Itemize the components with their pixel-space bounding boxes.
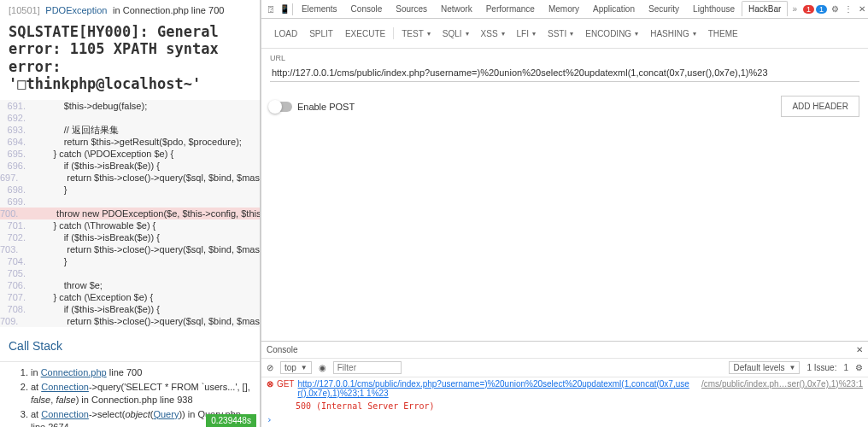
devtools-tabs: ⍰ 📱 ElementsConsoleSourcesNetworkPerform…	[261, 0, 868, 19]
console-drawer: Console ✕ ⊘ top▼ ◉ Default levels▼ 1 Iss…	[261, 341, 868, 427]
eye-icon[interactable]: ◉	[319, 363, 326, 372]
toggle-switch-icon[interactable]	[270, 102, 292, 112]
code-line: 691. $this->debug(false);	[0, 100, 260, 112]
context-selector[interactable]: top▼	[280, 361, 312, 374]
levels-selector[interactable]: Default levels▼	[729, 361, 800, 374]
kebab-icon[interactable]: ⋮	[842, 3, 854, 15]
hb-test[interactable]: TEST▾	[397, 26, 435, 41]
error-icon: ⊗	[267, 379, 273, 389]
hb-execute[interactable]: EXECUTE	[341, 26, 390, 41]
hb-split[interactable]: SPLIT	[305, 26, 337, 41]
exception-class-link[interactable]: PDOException	[45, 5, 107, 15]
code-line: 705.	[0, 267, 260, 279]
hackbar-toolbar: LOADSPLITEXECUTETEST▾SQLI▾XSS▾LFI▾SSTI▾E…	[261, 19, 868, 49]
tab-security[interactable]: Security	[642, 1, 686, 16]
hb-theme[interactable]: THEME	[704, 26, 742, 41]
more-tabs-icon[interactable]: »	[789, 4, 800, 14]
url-input[interactable]	[270, 64, 859, 82]
code-line: 708. if ($this->isBreak($e)) {	[0, 303, 260, 315]
code-line: 703. return $this->close()->query($sql, …	[0, 243, 260, 255]
console-status: 500 (Internal Server Error)	[261, 400, 868, 412]
inspect-icon[interactable]: ⍰	[265, 3, 277, 15]
hb-hashing[interactable]: HASHING▾	[646, 26, 701, 41]
chevron-down-icon: ▾	[501, 30, 505, 38]
info-count[interactable]: 1	[816, 5, 827, 14]
error-count[interactable]: 1	[803, 5, 814, 14]
code-line: 709. return $this->close()->query($sql, …	[0, 315, 260, 327]
code-line: 706. throw $e;	[0, 279, 260, 291]
chevron-down-icon: ▾	[635, 30, 638, 38]
chevron-down-icon: ▾	[532, 30, 536, 38]
code-line: 693. // 返回结果集	[0, 124, 260, 136]
code-line: 699.	[0, 196, 260, 208]
chevron-down-icon: ▾	[693, 30, 696, 38]
tab-lighthouse[interactable]: Lighthouse	[686, 1, 742, 16]
hb-encoding[interactable]: ENCODING▾	[581, 26, 642, 41]
divider	[393, 27, 394, 39]
chevron-down-icon: ▾	[466, 30, 469, 38]
request-method: GET	[277, 379, 295, 389]
code-line: 701. } catch (\Throwable $e) {	[0, 219, 260, 231]
url-section: URL	[261, 49, 868, 87]
error-location: in Connection.php line 700	[113, 5, 224, 15]
close-devtools-icon[interactable]: ✕	[856, 3, 868, 15]
callstack-heading: Call Stack	[0, 330, 260, 362]
console-url[interactable]: http://127.0.0.1/cms/public/index.php?us…	[297, 379, 691, 398]
code-line: 694. return $this->getResult($pdo, $proc…	[0, 136, 260, 148]
enable-post-toggle[interactable]: Enable POST	[270, 102, 355, 112]
console-settings-icon[interactable]: ⚙	[855, 363, 863, 372]
error-code: [10501]	[9, 5, 40, 15]
url-label: URL	[270, 54, 859, 62]
issues-label[interactable]: 1 Issue:	[806, 363, 836, 372]
console-drawer-label[interactable]: Console	[267, 345, 298, 354]
add-header-button[interactable]: ADD HEADER	[781, 96, 859, 117]
code-line: 700. throw new PDOException($e, $this->c…	[0, 208, 260, 219]
code-line: 692.	[0, 112, 260, 124]
device-toggle-icon[interactable]: 📱	[279, 3, 290, 15]
tab-sources[interactable]: Sources	[389, 1, 434, 16]
tab-memory[interactable]: Memory	[542, 1, 586, 16]
issues-count[interactable]: 1	[843, 363, 848, 372]
tab-performance[interactable]: Performance	[479, 1, 542, 16]
settings-icon[interactable]: ⚙	[829, 3, 841, 15]
code-line: 695. } catch (\PDOException $e) {	[0, 148, 260, 160]
hackbar-body	[261, 126, 868, 341]
chevron-down-icon: ▾	[570, 30, 573, 38]
error-header: [10501] PDOException in Connection.php l…	[0, 0, 260, 21]
tab-application[interactable]: Application	[586, 1, 642, 16]
code-line: 707. } catch (\Exception $e) {	[0, 291, 260, 303]
divider	[292, 3, 293, 15]
tab-console[interactable]: Console	[344, 1, 390, 16]
error-title: SQLSTATE[HY000]: General error: 1105 XPA…	[0, 21, 260, 100]
tab-hackbar[interactable]: HackBar	[742, 1, 788, 16]
stack-frame: in Connection.php line 700	[31, 366, 251, 380]
code-snippet: 691. $this->debug(false);692.693. // 返回结…	[0, 100, 260, 327]
php-error-pane: [10501] PDOException in Connection.php l…	[0, 0, 261, 427]
code-line: 704. }	[0, 255, 260, 267]
post-row: Enable POST ADD HEADER	[261, 87, 868, 126]
stack-frame: at Connection->query('SELECT * FROM `use…	[31, 380, 251, 407]
tab-network[interactable]: Network	[434, 1, 479, 16]
code-line: 698. }	[0, 184, 260, 196]
hb-ssti[interactable]: SSTI▾	[543, 26, 578, 41]
chevron-down-icon: ▾	[427, 30, 431, 38]
tab-elements[interactable]: Elements	[295, 1, 344, 16]
console-source[interactable]: /cms/public/index.ph…ser(),0x7e),1)%23:1	[701, 379, 863, 389]
code-line: 697. return $this->close()->query($sql, …	[0, 172, 260, 184]
timer-badge: 0.239448s	[206, 414, 256, 427]
console-prompt[interactable]: ›	[261, 412, 868, 427]
console-error-row[interactable]: ⊗ GET http://127.0.0.1/cms/public/index.…	[261, 377, 868, 400]
devtools-pane: ⍰ 📱 ElementsConsoleSourcesNetworkPerform…	[261, 0, 868, 427]
hb-xss[interactable]: XSS▾	[477, 26, 509, 41]
filter-input[interactable]	[333, 361, 402, 374]
hb-lfi[interactable]: LFI▾	[513, 26, 540, 41]
clear-console-icon[interactable]: ⊘	[267, 363, 273, 372]
hb-sqli[interactable]: SQLI▾	[438, 26, 473, 41]
code-line: 702. if ($this->isBreak($e)) {	[0, 231, 260, 243]
enable-post-label: Enable POST	[297, 102, 355, 112]
hb-load[interactable]: LOAD	[270, 26, 302, 41]
close-drawer-icon[interactable]: ✕	[856, 345, 863, 354]
code-line: 696. if ($this->isBreak($e)) {	[0, 160, 260, 172]
